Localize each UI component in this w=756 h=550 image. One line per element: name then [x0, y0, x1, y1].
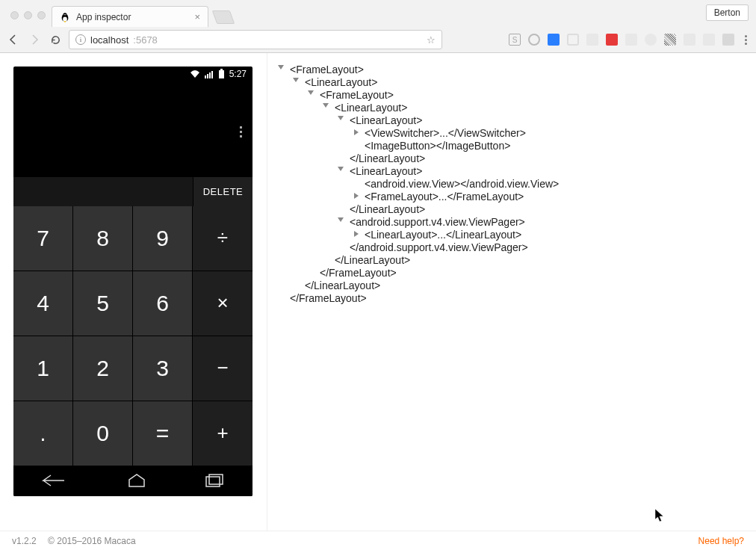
android-navbar — [13, 466, 252, 496]
ext-icon-12[interactable] — [722, 34, 734, 46]
overflow-menu-icon[interactable] — [240, 126, 242, 138]
svg-point-2 — [63, 13, 66, 16]
calc-key-4[interactable]: 4 — [13, 271, 72, 336]
tree-node[interactable]: <LinearLayout> <android.view.View></andr… — [350, 165, 749, 203]
calc-key-dot[interactable]: . — [13, 401, 72, 466]
svg-rect-6 — [207, 74, 208, 78]
tree-node[interactable]: <FrameLayout> <LinearLayout> <FrameLayou… — [290, 64, 749, 292]
tree-node-close: </LinearLayout> — [350, 203, 749, 216]
mac-minimize-button[interactable] — [24, 11, 32, 19]
calc-key-2[interactable]: 2 — [73, 336, 132, 401]
ext-icon-2[interactable] — [528, 34, 540, 46]
site-info-icon[interactable]: i — [75, 34, 86, 45]
calc-key-1[interactable]: 1 — [13, 336, 72, 401]
wifi-icon — [190, 69, 200, 78]
svg-point-4 — [65, 14, 66, 15]
status-time: 5:27 — [229, 69, 247, 79]
tree-node[interactable]: <FrameLayout>...</FrameLayout> — [365, 191, 749, 203]
calc-key-8[interactable]: 8 — [73, 206, 132, 271]
calc-key-plus[interactable]: + — [193, 401, 252, 466]
ext-icon-7[interactable] — [625, 34, 637, 46]
tree-toggle-icon[interactable] — [308, 90, 314, 95]
content-area: 5:27 DELETE 7 8 9 ÷ 4 5 6 × 1 2 3 — [0, 53, 756, 531]
tree-node-close: </LinearLayout> — [305, 279, 749, 292]
calc-key-5[interactable]: 5 — [73, 271, 132, 336]
tree-toggle-icon[interactable] — [293, 78, 299, 82]
tab-active[interactable]: App inspector × — [52, 6, 208, 27]
tree-node[interactable]: <LinearLayout> <ViewSwitcher>...</ViewSw… — [350, 114, 749, 152]
signal-icon — [205, 69, 214, 78]
ext-icon-1[interactable]: S — [509, 34, 521, 46]
calc-spacer — [13, 177, 193, 206]
calc-key-divide[interactable]: ÷ — [193, 206, 252, 271]
svg-rect-11 — [206, 477, 220, 486]
mac-zoom-button[interactable] — [37, 11, 46, 19]
copyright-text: © 2015–2016 Macaca — [48, 536, 136, 546]
ext-icon-4[interactable] — [567, 34, 579, 46]
address-bar[interactable]: i localhost:5678 ☆ — [69, 30, 442, 49]
svg-rect-10 — [220, 69, 223, 70]
mac-close-button[interactable] — [10, 11, 19, 19]
tree-node-close: </FrameLayout> — [320, 267, 749, 279]
tree-toggle-icon[interactable] — [354, 129, 359, 135]
tree-node[interactable]: <android.support.v4.view.ViewPager> <Lin… — [350, 216, 749, 241]
tree-toggle-icon[interactable] — [354, 231, 359, 237]
chrome-menu-icon[interactable] — [742, 35, 750, 45]
calc-key-3[interactable]: 3 — [133, 336, 192, 401]
tree-node-close: </android.support.v4.view.ViewPager> — [350, 241, 749, 254]
footer: v1.2.2 © 2015–2016 Macaca Need help? — [0, 531, 756, 550]
profile-badge[interactable]: Berton — [706, 4, 749, 21]
tree-node-close: </LinearLayout> — [350, 152, 749, 165]
android-home-icon[interactable] — [126, 473, 147, 488]
ext-icon-10[interactable] — [684, 34, 695, 46]
android-recent-icon[interactable] — [205, 473, 224, 488]
ext-icon-8[interactable] — [645, 34, 657, 46]
tree-toggle-icon[interactable] — [354, 193, 359, 199]
tree-node[interactable]: <android.view.View></android.view.View> — [365, 178, 749, 191]
tree-toggle-icon[interactable] — [278, 65, 284, 69]
tree-toggle-icon[interactable] — [323, 103, 329, 108]
tree-node[interactable]: <ImageButton></ImageButton> — [365, 140, 749, 152]
calc-key-0[interactable]: 0 — [73, 401, 132, 466]
tree-toggle-icon[interactable] — [338, 116, 344, 120]
new-tab-button[interactable] — [212, 10, 235, 24]
tab-close-icon[interactable]: × — [194, 11, 200, 22]
tree-toggle-icon[interactable] — [338, 167, 344, 171]
tree-node[interactable]: <ViewSwitcher>...</ViewSwitcher> — [365, 127, 749, 140]
back-button[interactable] — [6, 32, 21, 47]
tree-node[interactable]: <FrameLayout> <LinearLayout> <LinearLayo… — [320, 89, 749, 267]
calc-key-minus[interactable]: − — [193, 336, 252, 401]
tree-node[interactable]: <LinearLayout> <LinearLayout> <ViewSwitc… — [335, 102, 749, 254]
svg-rect-9 — [219, 70, 224, 78]
ext-icon-9[interactable] — [664, 34, 676, 46]
calc-key-7[interactable]: 7 — [13, 206, 72, 271]
help-link[interactable]: Need help? — [698, 536, 744, 546]
toolbar: i localhost:5678 ☆ S — [0, 27, 756, 52]
svg-rect-12 — [209, 475, 223, 484]
calc-key-multiply[interactable]: × — [193, 271, 252, 336]
reload-button[interactable] — [48, 32, 63, 47]
url-host: localhost — [90, 34, 128, 46]
forward-button[interactable] — [27, 32, 42, 47]
ext-icon-3[interactable] — [548, 34, 560, 46]
hierarchy-tree: <FrameLayout> <LinearLayout> <FrameLayou… — [267, 53, 756, 531]
svg-point-3 — [64, 14, 65, 15]
mac-window-controls — [4, 11, 52, 27]
calc-display — [13, 81, 252, 177]
device-frame: 5:27 DELETE 7 8 9 ÷ 4 5 6 × 1 2 3 — [13, 67, 252, 496]
status-bar: 5:27 — [13, 67, 252, 81]
ext-icon-6[interactable] — [606, 34, 618, 46]
tree-node-close: </LinearLayout> — [335, 254, 749, 267]
android-back-icon[interactable] — [42, 473, 69, 488]
bookmark-star-icon[interactable]: ☆ — [427, 34, 436, 46]
tree-node[interactable]: <LinearLayout>...</LinearLayout> — [365, 229, 749, 241]
ext-icon-11[interactable] — [703, 34, 715, 46]
calc-key-equals[interactable]: = — [133, 401, 192, 466]
calc-delete-button[interactable]: DELETE — [193, 177, 252, 206]
tree-toggle-icon[interactable] — [338, 217, 344, 222]
tree-node[interactable]: <LinearLayout> <FrameLayout> <LinearLayo… — [305, 76, 749, 279]
ext-icon-5[interactable] — [586, 34, 598, 46]
calc-key-6[interactable]: 6 — [133, 271, 192, 336]
svg-point-1 — [63, 16, 67, 22]
calc-key-9[interactable]: 9 — [133, 206, 192, 271]
